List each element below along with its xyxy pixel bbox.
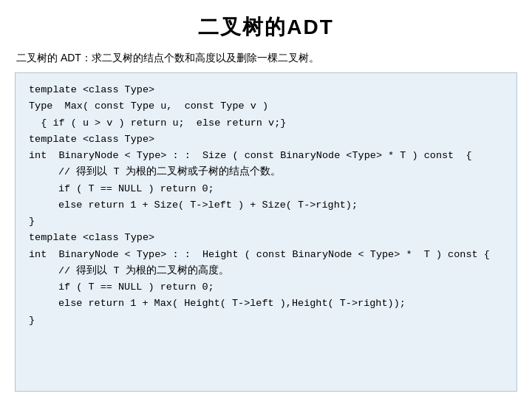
code-line: template <class Type>: [29, 132, 503, 148]
code-line: { if ( u > v ) return u; else return v;}: [29, 115, 503, 132]
code-line: template <class Type>: [29, 82, 503, 98]
subtitle: 二叉树的 ADT：求二叉树的结点个数和高度以及删除一棵二叉树。: [16, 52, 319, 65]
code-line: int BinaryNode < Type> : : Height ( cons…: [29, 247, 503, 263]
page-title: 二叉树的ADT: [198, 13, 334, 41]
code-line: Type Max( const Type u, const Type v ): [29, 98, 503, 115]
code-line: int BinaryNode < Type> : : Size ( const …: [29, 148, 503, 164]
code-line: // 得到以 T 为根的二叉树的高度。: [29, 263, 503, 279]
code-line: // 得到以 T 为根的二叉树或子树的结点个数。: [29, 164, 503, 180]
code-line: else return 1 + Size( T->left ) + Size( …: [29, 197, 503, 214]
code-box: template <class Type>Type Max( const Typ…: [15, 72, 517, 392]
page: 二叉树的ADT 二叉树的 ADT：求二叉树的结点个数和高度以及删除一棵二叉树。 …: [0, 0, 532, 399]
code-line: }: [29, 313, 503, 329]
code-line: if ( T == NULL ) return 0;: [29, 279, 503, 296]
code-line: }: [29, 214, 503, 230]
code-line: else return 1 + Max( Height( T->left ),H…: [29, 296, 503, 312]
code-line: template <class Type>: [29, 230, 503, 246]
code-line: if ( T == NULL ) return 0;: [29, 181, 503, 197]
